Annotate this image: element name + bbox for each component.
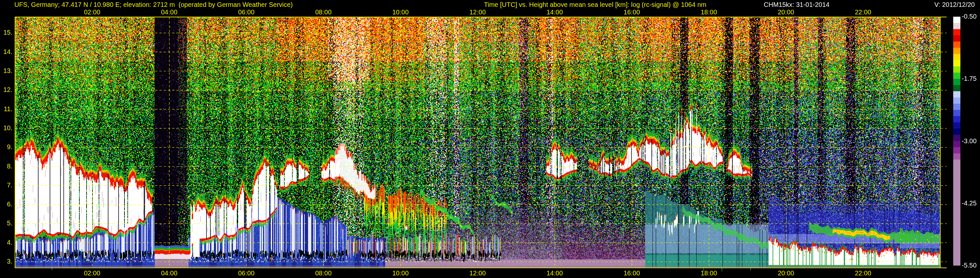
x-tick-label-bottom: 06:00 bbox=[232, 270, 261, 277]
colorbar-segment bbox=[953, 116, 960, 122]
colorbar-segment bbox=[953, 66, 960, 73]
x-tick-label-bottom: 12:00 bbox=[463, 270, 492, 277]
y-tick-label: 15. bbox=[0, 29, 13, 36]
colorbar-segment bbox=[953, 23, 960, 29]
colorbar-tick-label: -1.75 bbox=[962, 75, 977, 82]
y-tick-label: 11. bbox=[0, 105, 13, 113]
x-tick-label-bottom: 08:00 bbox=[309, 270, 338, 277]
colorbar-segment bbox=[953, 153, 960, 160]
y-tick-label: 9. bbox=[0, 143, 13, 151]
colorbar-segment bbox=[953, 73, 960, 79]
x-tick-label-top: 08:00 bbox=[309, 8, 338, 16]
x-tick-label-bottom: 16:00 bbox=[617, 270, 646, 277]
y-tick-label: 10. bbox=[0, 124, 13, 132]
x-tick-label-top: 22:00 bbox=[848, 8, 878, 16]
x-tick-label-top: 06:00 bbox=[232, 8, 261, 16]
colorbar-segment bbox=[953, 97, 960, 104]
y-tick-label: 3. bbox=[0, 258, 13, 265]
station-info: UFS, Germany; 47.417 N / 10.980 E; eleva… bbox=[14, 1, 293, 8]
colorbar-tick-label: -4.25 bbox=[962, 200, 977, 207]
y-tick-label: 8. bbox=[0, 163, 13, 170]
x-tick-label-bottom: 20:00 bbox=[771, 270, 801, 277]
x-tick-label-top: 04:00 bbox=[154, 8, 184, 16]
y-tick-label: 6. bbox=[0, 200, 13, 208]
x-tick-label-bottom: 10:00 bbox=[386, 270, 415, 277]
x-tick-label-bottom: 02:00 bbox=[78, 270, 107, 277]
y-tick-label: 4. bbox=[0, 239, 13, 246]
colorbar-segment bbox=[953, 48, 960, 54]
colorbar-tick-label: -5.50 bbox=[962, 262, 977, 269]
colorbar-segment bbox=[953, 147, 960, 153]
colorbar-segment bbox=[953, 129, 960, 135]
colorbar-segment bbox=[953, 104, 960, 110]
x-tick-label-bottom: 22:00 bbox=[848, 270, 878, 277]
x-tick-label-top: 14:00 bbox=[540, 8, 570, 16]
x-tick-label-bottom: 18:00 bbox=[694, 270, 724, 277]
x-tick-label-bottom: 04:00 bbox=[154, 270, 184, 277]
colorbar-segment bbox=[953, 85, 960, 91]
colorbar-segment bbox=[953, 60, 960, 66]
colorbar-segment bbox=[953, 17, 960, 23]
x-tick-label-top: 12:00 bbox=[463, 8, 492, 16]
colorbar-segment bbox=[953, 54, 960, 60]
plot-title: Time [UTC] vs. Height above mean sea lev… bbox=[484, 1, 706, 8]
colorbar-segment bbox=[953, 35, 960, 42]
x-tick-label-bottom: 14:00 bbox=[540, 270, 570, 277]
colorbar bbox=[953, 17, 960, 265]
y-tick-label: 12. bbox=[0, 86, 13, 94]
ceilometer-quicklook: UFS, Germany; 47.417 N / 10.980 E; eleva… bbox=[0, 0, 980, 278]
y-tick-label: 5. bbox=[0, 219, 13, 227]
x-tick-label-top: 02:00 bbox=[78, 8, 107, 16]
software-version: V: 2012/12/20 bbox=[934, 1, 975, 8]
colorbar-segment bbox=[953, 122, 960, 129]
colorbar-segment bbox=[953, 79, 960, 85]
colorbar-segment bbox=[953, 91, 960, 97]
colorbar-segment bbox=[953, 135, 960, 141]
colorbar-segment bbox=[953, 29, 960, 35]
y-tick-label: 7. bbox=[0, 182, 13, 189]
x-tick-label-top: 10:00 bbox=[386, 8, 415, 16]
colorbar-segment bbox=[953, 110, 960, 116]
x-tick-label-top: 18:00 bbox=[694, 8, 724, 16]
colorbar-segment bbox=[953, 141, 960, 147]
colorbar-tick-label: -3.00 bbox=[962, 137, 977, 145]
colorbar-tick-label: -0.50 bbox=[962, 13, 977, 20]
y-tick-label: 14. bbox=[0, 48, 13, 56]
device-date: CHM15kx: 31-01-2014 bbox=[764, 1, 829, 8]
x-tick-label-top: 20:00 bbox=[771, 8, 801, 16]
colorbar-segment bbox=[953, 160, 960, 265]
ceilometer-heatmap-canvas bbox=[0, 0, 980, 278]
colorbar-segment bbox=[953, 42, 960, 48]
y-tick-label: 13. bbox=[0, 67, 13, 75]
x-tick-label-top: 16:00 bbox=[617, 8, 646, 16]
